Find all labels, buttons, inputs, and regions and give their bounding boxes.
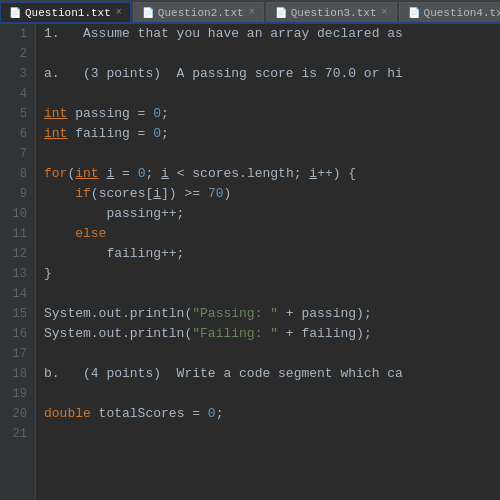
code-line-15: System.out.println("Passing: " + passing… [44, 304, 500, 324]
code-line-20: double totalScores = 0; [44, 404, 500, 424]
tab-label-q2: Question2.txt [158, 7, 244, 19]
line-number-21: 21 [8, 424, 27, 444]
tab-label-q1: Question1.txt [25, 7, 111, 19]
code-line-6: int failing = 0; [44, 124, 500, 144]
code-line-7 [44, 144, 500, 164]
line-number-4: 4 [8, 84, 27, 104]
line-number-12: 12 [8, 244, 27, 264]
code-line-9: if(scores[i]) >= 70) [44, 184, 500, 204]
line-number-20: 20 [8, 404, 27, 424]
code-line-19 [44, 384, 500, 404]
line-number-10: 10 [8, 204, 27, 224]
close-icon-q3[interactable]: × [382, 7, 388, 18]
line-number-13: 13 [8, 264, 27, 284]
code-content[interactable]: 1. Assume that you have an array declare… [36, 24, 500, 500]
tab-label-q3: Question3.txt [291, 7, 377, 19]
line-number-7: 7 [8, 144, 27, 164]
line-number-2: 2 [8, 44, 27, 64]
code-line-17 [44, 344, 500, 364]
line-number-6: 6 [8, 124, 27, 144]
tab-label-q4: Question4.txt [424, 7, 500, 19]
tab-question3[interactable]: 📄 Question3.txt × [266, 2, 397, 22]
line-number-15: 15 [8, 304, 27, 324]
tab-icon-q1: 📄 [9, 7, 21, 19]
tab-bar: 📄 Question1.txt × 📄 Question2.txt × 📄 Qu… [0, 0, 500, 24]
line-number-17: 17 [8, 344, 27, 364]
code-line-5: int passing = 0; [44, 104, 500, 124]
tab-icon-q3: 📄 [275, 7, 287, 19]
code-line-21 [44, 424, 500, 444]
tab-icon-q4: 📄 [408, 7, 420, 19]
code-line-10: passing++; [44, 204, 500, 224]
line-number-19: 19 [8, 384, 27, 404]
line-number-11: 11 [8, 224, 27, 244]
line-numbers: 123456789101112131415161718192021 [0, 24, 36, 500]
tab-question2[interactable]: 📄 Question2.txt × [133, 2, 264, 22]
line-number-18: 18 [8, 364, 27, 384]
code-line-1: 1. Assume that you have an array declare… [44, 24, 500, 44]
line-number-1: 1 [8, 24, 27, 44]
code-line-4 [44, 84, 500, 104]
line-number-9: 9 [8, 184, 27, 204]
line-number-8: 8 [8, 164, 27, 184]
code-line-18: b. (4 points) Write a code segment which… [44, 364, 500, 384]
tab-question4[interactable]: 📄 Question4.txt × [399, 2, 500, 22]
code-line-12: failing++; [44, 244, 500, 264]
code-line-2 [44, 44, 500, 64]
line-number-14: 14 [8, 284, 27, 304]
line-number-3: 3 [8, 64, 27, 84]
code-line-11: else [44, 224, 500, 244]
code-line-16: System.out.println("Failing: " + failing… [44, 324, 500, 344]
line-number-5: 5 [8, 104, 27, 124]
code-line-3: a. (3 points) A passing score is 70.0 or… [44, 64, 500, 84]
close-icon-q2[interactable]: × [249, 7, 255, 18]
line-number-16: 16 [8, 324, 27, 344]
tab-question1[interactable]: 📄 Question1.txt × [0, 2, 131, 22]
close-icon-q1[interactable]: × [116, 7, 122, 18]
code-line-13: } [44, 264, 500, 284]
tab-icon-q2: 📄 [142, 7, 154, 19]
code-line-8: for(int i = 0; i < scores.length; i++) { [44, 164, 500, 184]
code-line-14 [44, 284, 500, 304]
code-area: 123456789101112131415161718192021 1. Ass… [0, 24, 500, 500]
